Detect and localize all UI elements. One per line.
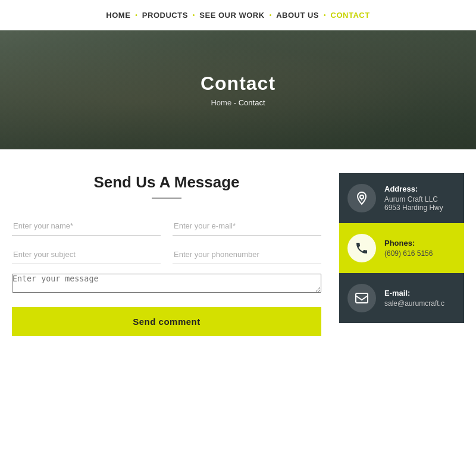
phone-input[interactable] xyxy=(173,245,321,264)
hero-banner: Contact Home - Contact xyxy=(0,30,476,149)
breadcrumb: Home - Contact xyxy=(211,98,265,107)
breadcrumb-current: Contact xyxy=(239,98,265,107)
navigation: HOME • PRODUCTS • SEE OUR WORK • ABOUT U… xyxy=(0,0,476,30)
hero-title: Contact xyxy=(201,73,275,95)
svg-rect-2 xyxy=(356,293,368,303)
email-icon xyxy=(355,291,369,305)
nav-home[interactable]: HOME xyxy=(106,11,130,20)
nav-contact[interactable]: CONTACT xyxy=(331,11,370,20)
location-icon-wrapper xyxy=(347,184,376,212)
phone-group xyxy=(173,245,321,264)
breadcrumb-separator: - xyxy=(234,98,239,107)
subject-input[interactable] xyxy=(12,245,161,264)
email-text: E-mail: sale@aurumcraft.c xyxy=(384,289,456,308)
main-content: Send Us A Message Send comment xyxy=(0,149,476,360)
name-input[interactable] xyxy=(12,217,161,236)
phones-label: Phones: xyxy=(384,239,456,248)
location-icon xyxy=(355,191,369,205)
nav-products[interactable]: PRODUCTS xyxy=(142,11,188,20)
form-heading: Send Us A Message xyxy=(12,173,321,192)
email-icon-wrapper xyxy=(347,284,376,312)
address-value-1: Aurum Craft LLC xyxy=(384,195,456,203)
address-value-2: 6953 Harding Hwy xyxy=(384,203,456,212)
phones-text: Phones: (609) 616 5156 xyxy=(384,239,456,258)
contact-form-section: Send Us A Message Send comment xyxy=(12,173,327,336)
email-label: E-mail: xyxy=(384,289,456,298)
nav-about-us[interactable]: ABOUT US xyxy=(276,11,319,20)
email-value: sale@aurumcraft.c xyxy=(384,299,456,308)
form-row-2 xyxy=(12,245,321,274)
phones-card: Phones: (609) 616 5156 xyxy=(339,223,464,273)
nav-dot-2: • xyxy=(193,12,195,18)
address-card: Address: Aurum Craft LLC 6953 Harding Hw… xyxy=(339,173,464,223)
breadcrumb-home[interactable]: Home xyxy=(211,98,231,107)
message-group xyxy=(12,274,321,295)
info-section: Address: Aurum Craft LLC 6953 Harding Hw… xyxy=(339,173,464,323)
submit-button[interactable]: Send comment xyxy=(12,307,321,336)
email-input[interactable] xyxy=(173,217,321,236)
phone-icon xyxy=(355,241,369,255)
svg-point-0 xyxy=(360,195,364,199)
name-group xyxy=(12,217,161,236)
nav-dot-4: • xyxy=(324,12,326,18)
phones-value: (609) 616 5156 xyxy=(384,249,456,258)
email-group xyxy=(173,217,321,236)
nav-see-our-work[interactable]: SEE OUR WORK xyxy=(199,11,264,20)
address-label: Address: xyxy=(384,184,456,193)
address-text: Address: Aurum Craft LLC 6953 Harding Hw… xyxy=(384,184,456,212)
email-card: E-mail: sale@aurumcraft.c xyxy=(339,273,464,323)
form-divider xyxy=(152,198,181,199)
phone-icon-wrapper xyxy=(347,234,376,262)
nav-dot-1: • xyxy=(135,12,137,18)
form-row-1 xyxy=(12,217,321,245)
message-input[interactable] xyxy=(12,274,321,293)
nav-dot-3: • xyxy=(270,12,272,18)
subject-group xyxy=(12,245,161,264)
svg-point-1 xyxy=(361,199,362,201)
